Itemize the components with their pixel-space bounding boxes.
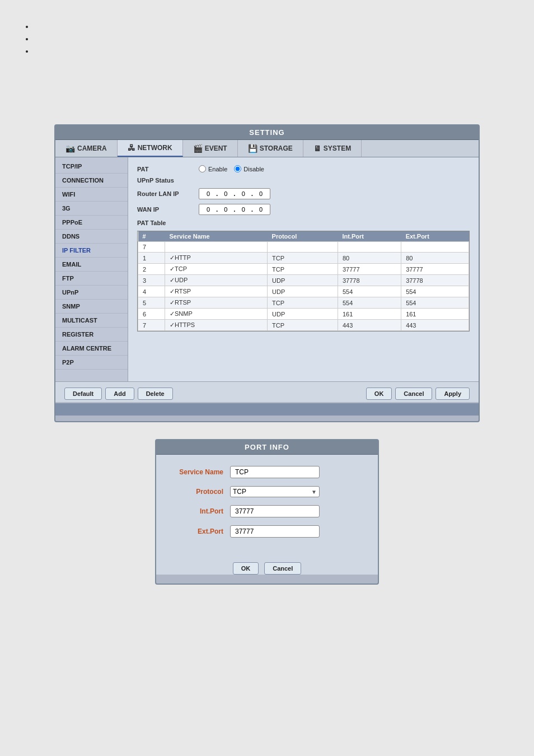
sidebar-item-alarmcentre[interactable]: ALARM CENTRE	[55, 342, 128, 356]
pat-enable-radio[interactable]	[199, 165, 206, 172]
cell-extport: 554	[401, 297, 469, 309]
apply-button[interactable]: Apply	[435, 388, 470, 400]
ext-port-input[interactable]	[230, 525, 320, 538]
sidebar-item-p2p[interactable]: P2P	[55, 356, 128, 370]
router-lan-ip-oct4[interactable]	[254, 190, 268, 197]
pat-table-label-row: PAT Table	[137, 220, 470, 226]
table-row[interactable]: 7	[138, 242, 469, 253]
cell-num: 4	[138, 286, 165, 297]
pat-table-container: # Service Name Protocol Int.Port Ext.Por…	[137, 231, 470, 332]
router-lan-ip-oct3[interactable]	[237, 190, 250, 197]
wan-ip-oct1[interactable]	[202, 206, 215, 213]
main-content: PAT Enable Disable UPnP Status	[128, 157, 479, 381]
ext-port-label: Ext.Port	[173, 528, 223, 535]
sidebar-item-multicast[interactable]: MULTICAST	[55, 314, 128, 328]
cell-intport	[338, 242, 401, 253]
dialog-footer: Default Add Delete OK Cancel Apply	[55, 381, 479, 402]
sidebar-item-ddns[interactable]: DDNS	[55, 230, 128, 244]
table-row[interactable]: 5 ✓RTSP TCP 554 554	[138, 297, 469, 309]
protocol-select-wrap[interactable]: TCP UDP ▼	[230, 486, 320, 497]
wan-ip-oct3[interactable]	[237, 206, 250, 213]
status-bar	[55, 403, 479, 416]
cell-service: ✓RTSP	[165, 286, 268, 297]
table-row[interactable]: 7 ✓HTTPS TCP 443 443	[138, 320, 469, 331]
cell-num: 6	[138, 309, 165, 320]
table-row[interactable]: 6 ✓SNMP UDP 161 161	[138, 309, 469, 320]
camera-icon: 📷	[65, 144, 75, 153]
cell-extport: 37777	[401, 264, 469, 275]
sidebar-item-snmp[interactable]: SNMP	[55, 300, 128, 314]
system-icon: 🖥	[313, 144, 321, 153]
cell-num: 7	[138, 242, 165, 253]
cell-extport: 161	[401, 309, 469, 320]
dialog-body: TCP/IP CONNECTION WIFI 3G PPPoE DDNS IP …	[55, 157, 479, 381]
table-row[interactable]: 4 ✓RTSP UDP 554 554	[138, 286, 469, 297]
pat-enable-label: Enable	[208, 166, 227, 172]
cell-num: 2	[138, 264, 165, 275]
router-lan-ip-oct2[interactable]	[219, 190, 232, 197]
cell-extport	[401, 242, 469, 253]
pat-table-label: PAT Table	[137, 220, 193, 226]
table-row[interactable]: 3 ✓UDP UDP 37778 37778	[138, 275, 469, 286]
ok-button[interactable]: OK	[366, 388, 392, 400]
sidebar-item-pppoe[interactable]: PPPoE	[55, 216, 128, 230]
cell-service: ✓RTSP	[165, 297, 268, 309]
tab-storage[interactable]: 💾 STORAGE	[238, 140, 303, 157]
pat-disable-radio[interactable]	[234, 165, 241, 172]
cell-protocol: TCP	[268, 264, 338, 275]
col-header-protocol: Protocol	[268, 231, 338, 242]
tab-event[interactable]: 🎬 EVENT	[183, 140, 238, 157]
default-button[interactable]: Default	[64, 388, 102, 400]
service-name-input[interactable]	[230, 466, 320, 478]
select-arrow-icon: ▼	[311, 489, 317, 495]
tab-camera-label: CAMERA	[77, 144, 107, 152]
tab-event-label: EVENT	[205, 144, 227, 152]
port-ok-button[interactable]: OK	[233, 562, 259, 575]
wan-ip-oct4[interactable]	[254, 206, 268, 213]
cell-extport: 37778	[401, 275, 469, 286]
cancel-button[interactable]: Cancel	[395, 388, 432, 400]
ext-port-row: Ext.Port	[173, 525, 361, 538]
router-lan-ip-oct1[interactable]	[202, 190, 215, 197]
col-header-service: Service Name	[165, 231, 268, 242]
sidebar-item-upnp[interactable]: UPnP	[55, 286, 128, 300]
sidebar-item-email[interactable]: EMAIL	[55, 258, 128, 272]
bullet-list	[34, 22, 523, 55]
cell-protocol	[268, 242, 338, 253]
service-name-row: Service Name	[173, 466, 361, 478]
sidebar-item-connection[interactable]: CONNECTION	[55, 174, 128, 188]
sidebar-item-wifi[interactable]: WIFI	[55, 188, 128, 202]
tab-storage-label: STORAGE	[260, 144, 293, 152]
protocol-row: Protocol TCP UDP ▼	[173, 486, 361, 497]
pat-enable-option[interactable]: Enable	[199, 165, 227, 172]
protocol-select[interactable]: TCP UDP	[233, 488, 311, 496]
delete-button[interactable]: Delete	[138, 388, 173, 400]
router-lan-ip-input[interactable]: . . .	[199, 188, 270, 199]
sidebar-item-3g[interactable]: 3G	[55, 202, 128, 216]
tab-network-label: NETWORK	[138, 144, 172, 152]
sidebar-item-ipfilter[interactable]: IP FILTER	[55, 244, 128, 258]
sidebar-item-register[interactable]: REGISTER	[55, 328, 128, 342]
int-port-label: Int.Port	[173, 507, 223, 515]
sidebar-item-tcpip[interactable]: TCP/IP	[55, 160, 128, 174]
footer-left: Default Add Delete	[64, 388, 173, 400]
wan-ip-oct2[interactable]	[219, 206, 232, 213]
sidebar-item-ftp[interactable]: FTP	[55, 272, 128, 286]
wan-ip-input[interactable]: . . .	[199, 204, 270, 215]
pat-disable-option[interactable]: Disable	[234, 165, 264, 172]
add-button[interactable]: Add	[105, 388, 134, 400]
port-cancel-button[interactable]: Cancel	[264, 562, 301, 575]
tab-camera[interactable]: 📷 CAMERA	[55, 140, 118, 157]
table-row[interactable]: 1 ✓HTTP TCP 80 80	[138, 253, 469, 264]
int-port-input[interactable]	[230, 505, 320, 517]
event-icon: 🎬	[193, 144, 203, 153]
table-row[interactable]: 2 ✓TCP TCP 37777 37777	[138, 264, 469, 275]
tab-network[interactable]: 🖧 NETWORK	[118, 140, 183, 157]
upnp-status-row: UPnP Status	[137, 177, 470, 184]
sidebar: TCP/IP CONNECTION WIFI 3G PPPoE DDNS IP …	[55, 157, 128, 381]
cell-protocol: TCP	[268, 320, 338, 331]
cell-intport: 161	[338, 309, 401, 320]
cell-protocol: UDP	[268, 309, 338, 320]
tab-system[interactable]: 🖥 SYSTEM	[303, 140, 362, 157]
bullet-item-2	[34, 35, 523, 43]
